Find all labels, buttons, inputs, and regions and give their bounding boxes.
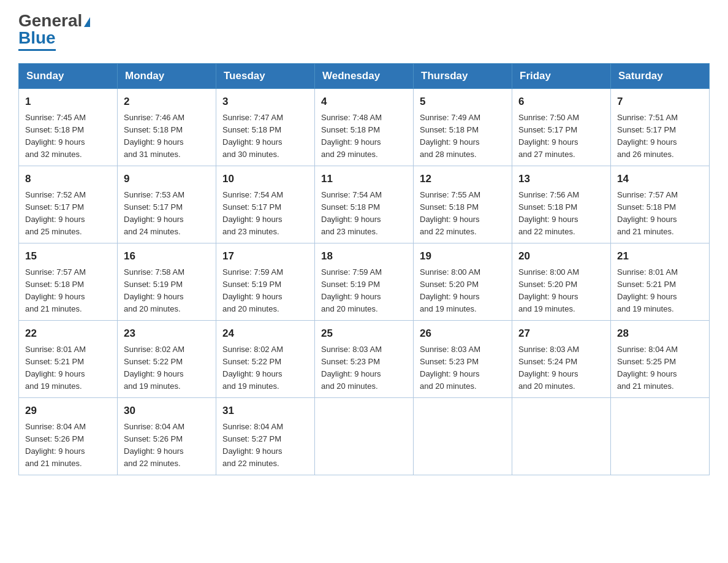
daylight-label: Daylight: 9 hours (222, 368, 308, 380)
day-number: 15 (25, 248, 111, 264)
calendar-cell: 29Sunrise: 8:04 AMSunset: 5:26 PMDayligh… (19, 398, 118, 475)
daylight-label: Daylight: 9 hours (617, 291, 703, 303)
calendar-cell: 4Sunrise: 7:48 AMSunset: 5:18 PMDaylight… (315, 89, 414, 166)
day-number: 8 (25, 171, 111, 187)
daylight-minutes: and 19 minutes. (124, 380, 210, 393)
col-thursday: Thursday (414, 64, 512, 89)
day-info: Sunrise: 8:04 AMSunset: 5:25 PMDaylight:… (617, 343, 703, 393)
day-info: Sunrise: 7:57 AMSunset: 5:18 PMDaylight:… (25, 266, 111, 316)
calendar-cell: 12Sunrise: 7:55 AMSunset: 5:18 PMDayligh… (414, 166, 512, 243)
daylight-minutes: and 31 minutes. (124, 148, 210, 161)
sunrise-line: Sunrise: 8:04 AM (222, 421, 308, 433)
calendar-cell: 26Sunrise: 8:03 AMSunset: 5:23 PMDayligh… (414, 321, 512, 398)
logo-bottom-row: Blue (18, 28, 56, 51)
sunset-line: Sunset: 5:17 PM (222, 201, 308, 213)
calendar-header: Sunday Monday Tuesday Wednesday Thursday… (19, 64, 710, 89)
daylight-label: Daylight: 9 hours (124, 136, 210, 148)
col-monday: Monday (118, 64, 216, 89)
daylight-label: Daylight: 9 hours (420, 213, 506, 226)
sunrise-line: Sunrise: 8:04 AM (617, 343, 703, 356)
day-info: Sunrise: 7:58 AMSunset: 5:19 PMDaylight:… (124, 266, 210, 316)
calendar-cell: 11Sunrise: 7:54 AMSunset: 5:18 PMDayligh… (315, 166, 414, 243)
day-info: Sunrise: 7:46 AMSunset: 5:18 PMDaylight:… (124, 112, 210, 161)
day-number: 29 (25, 403, 111, 419)
calendar-week-row: 8Sunrise: 7:52 AMSunset: 5:17 PMDaylight… (19, 166, 710, 243)
logo-blue-text: Blue (18, 28, 56, 48)
daylight-label: Daylight: 9 hours (321, 136, 407, 148)
daylight-label: Daylight: 9 hours (222, 136, 308, 148)
daylight-minutes: and 21 minutes. (617, 226, 703, 238)
daylight-minutes: and 20 minutes. (518, 380, 604, 393)
sunset-line: Sunset: 5:21 PM (25, 356, 111, 368)
sunrise-line: Sunrise: 7:52 AM (25, 189, 111, 201)
calendar-body: 1Sunrise: 7:45 AMSunset: 5:18 PMDaylight… (19, 89, 710, 475)
sunrise-line: Sunrise: 7:55 AM (420, 189, 506, 201)
sunrise-line: Sunrise: 8:03 AM (321, 343, 407, 356)
calendar-week-row: 29Sunrise: 8:04 AMSunset: 5:26 PMDayligh… (19, 398, 710, 475)
calendar-cell: 3Sunrise: 7:47 AMSunset: 5:18 PMDaylight… (216, 89, 315, 166)
logo-triangle-icon (84, 17, 90, 27)
daylight-label: Daylight: 9 hours (124, 368, 210, 380)
calendar-cell: 22Sunrise: 8:01 AMSunset: 5:21 PMDayligh… (19, 321, 118, 398)
daylight-minutes: and 20 minutes. (321, 380, 407, 393)
day-number: 9 (124, 171, 210, 187)
daylight-label: Daylight: 9 hours (25, 368, 111, 380)
daylight-label: Daylight: 9 hours (124, 291, 210, 303)
sunset-line: Sunset: 5:24 PM (518, 356, 604, 368)
calendar-cell: 10Sunrise: 7:54 AMSunset: 5:17 PMDayligh… (216, 166, 315, 243)
sunrise-line: Sunrise: 8:02 AM (222, 343, 308, 356)
day-number: 27 (518, 326, 604, 342)
daylight-label: Daylight: 9 hours (617, 213, 703, 226)
day-number: 16 (124, 248, 210, 264)
day-info: Sunrise: 7:54 AMSunset: 5:17 PMDaylight:… (222, 189, 308, 239)
daylight-minutes: and 19 minutes. (518, 303, 604, 315)
day-number: 26 (420, 326, 506, 342)
calendar-cell: 23Sunrise: 8:02 AMSunset: 5:22 PMDayligh… (118, 321, 216, 398)
calendar-cell (414, 398, 512, 475)
daylight-label: Daylight: 9 hours (420, 136, 506, 148)
daylight-minutes: and 30 minutes. (222, 148, 308, 161)
daylight-minutes: and 20 minutes. (321, 303, 407, 315)
daylight-label: Daylight: 9 hours (25, 291, 111, 303)
calendar-cell: 1Sunrise: 7:45 AMSunset: 5:18 PMDaylight… (19, 89, 118, 166)
sunset-line: Sunset: 5:20 PM (518, 278, 604, 291)
sunrise-line: Sunrise: 8:00 AM (420, 266, 506, 278)
day-number: 18 (321, 248, 407, 264)
day-number: 13 (518, 171, 604, 187)
sunset-line: Sunset: 5:18 PM (25, 278, 111, 291)
sunrise-line: Sunrise: 8:04 AM (124, 421, 210, 433)
daylight-minutes: and 22 minutes. (222, 458, 308, 470)
daylight-label: Daylight: 9 hours (518, 368, 604, 380)
day-info: Sunrise: 7:59 AMSunset: 5:19 PMDaylight:… (321, 266, 407, 316)
daylight-label: Daylight: 9 hours (420, 368, 506, 380)
daylight-label: Daylight: 9 hours (518, 213, 604, 226)
sunrise-line: Sunrise: 7:46 AM (124, 112, 210, 124)
sunset-line: Sunset: 5:18 PM (420, 201, 506, 213)
daylight-label: Daylight: 9 hours (222, 291, 308, 303)
col-wednesday: Wednesday (315, 64, 414, 89)
daylight-label: Daylight: 9 hours (321, 368, 407, 380)
calendar-cell: 7Sunrise: 7:51 AMSunset: 5:17 PMDaylight… (611, 89, 710, 166)
day-number: 7 (617, 94, 703, 110)
sunset-line: Sunset: 5:22 PM (124, 356, 210, 368)
day-info: Sunrise: 8:04 AMSunset: 5:26 PMDaylight:… (124, 421, 210, 470)
day-info: Sunrise: 8:04 AMSunset: 5:26 PMDaylight:… (25, 421, 111, 470)
day-number: 23 (124, 326, 210, 342)
calendar-cell: 9Sunrise: 7:53 AMSunset: 5:17 PMDaylight… (118, 166, 216, 243)
daylight-minutes: and 19 minutes. (420, 303, 506, 315)
day-number: 19 (420, 248, 506, 264)
day-number: 30 (124, 403, 210, 419)
day-info: Sunrise: 8:01 AMSunset: 5:21 PMDaylight:… (25, 343, 111, 393)
day-info: Sunrise: 7:49 AMSunset: 5:18 PMDaylight:… (420, 112, 506, 161)
sunrise-line: Sunrise: 7:45 AM (25, 112, 111, 124)
calendar-cell: 21Sunrise: 8:01 AMSunset: 5:21 PMDayligh… (611, 243, 710, 321)
daylight-minutes: and 27 minutes. (518, 148, 604, 161)
day-info: Sunrise: 7:50 AMSunset: 5:17 PMDaylight:… (518, 112, 604, 161)
sunset-line: Sunset: 5:18 PM (124, 124, 210, 136)
sunrise-line: Sunrise: 7:54 AM (321, 189, 407, 201)
sunset-line: Sunset: 5:26 PM (25, 433, 111, 445)
day-number: 25 (321, 326, 407, 342)
daylight-label: Daylight: 9 hours (518, 291, 604, 303)
calendar-cell: 31Sunrise: 8:04 AMSunset: 5:27 PMDayligh… (216, 398, 315, 475)
day-info: Sunrise: 7:55 AMSunset: 5:18 PMDaylight:… (420, 189, 506, 239)
